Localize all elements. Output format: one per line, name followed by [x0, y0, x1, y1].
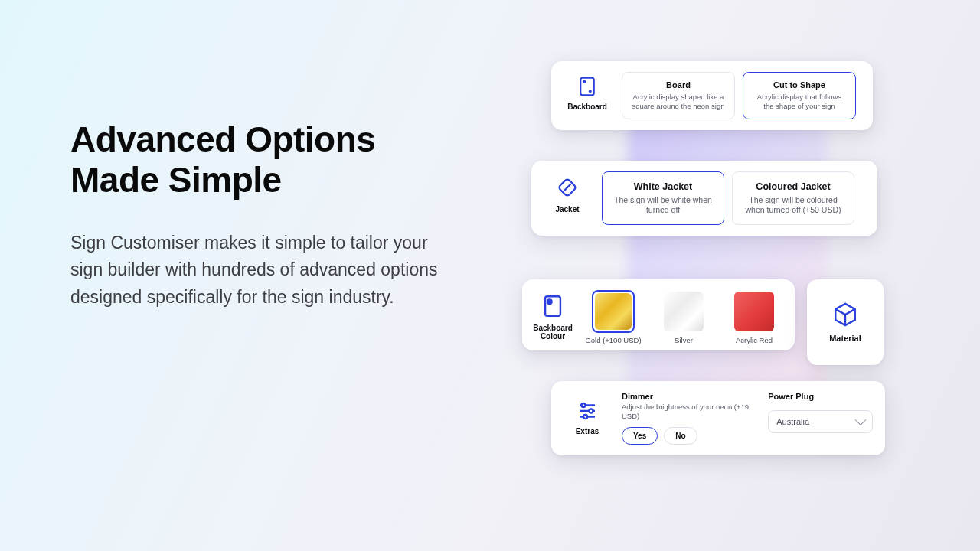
svg-point-1	[583, 81, 585, 83]
swatch-gold[interactable]: Gold (+100 USD)	[583, 290, 643, 344]
jacket-option-coloured[interactable]: Coloured Jacket The sign will be coloure…	[732, 171, 854, 225]
hero-subtext: Sign Customiser makes it simple to tailo…	[70, 230, 453, 311]
power-plug-block: Power Plug Australia	[768, 392, 873, 445]
option-desc: Acrylic display shaped like a square aro…	[632, 93, 725, 111]
option-title: Board	[632, 80, 725, 90]
svg-point-12	[590, 409, 593, 413]
backboard-option-board[interactable]: Board Acrylic display shaped like a squa…	[622, 72, 735, 119]
extras-side-label: Extras	[564, 392, 611, 435]
backboard-colour-label: Backboard Colour	[533, 324, 573, 341]
extras-label: Extras	[576, 427, 599, 435]
backboard-side-label: Backboard	[564, 72, 611, 111]
swatch-name: Gold (+100 USD)	[585, 336, 641, 344]
svg-rect-5	[545, 296, 560, 316]
dimmer-no[interactable]: No	[664, 427, 697, 445]
options-showcase: Backboard Board Acrylic display shaped l…	[521, 46, 919, 505]
swatch-name: Silver	[675, 336, 693, 344]
option-desc: The sign will be white when turned off	[613, 195, 713, 215]
material-label: Material	[829, 334, 861, 343]
jacket-card: Jacket White Jacket The sign will be whi…	[531, 161, 877, 236]
dimmer-yes[interactable]: Yes	[622, 427, 658, 445]
backboard-colour-side-label: Backboard Colour	[533, 290, 573, 341]
svg-point-2	[590, 90, 591, 92]
swatch-name: Acrylic Red	[736, 336, 773, 344]
power-plug-select[interactable]: Australia	[768, 410, 873, 433]
svg-point-7	[549, 301, 550, 302]
backboard-colour-card: Backboard Colour Gold (+100 USD) Silver …	[522, 279, 795, 350]
svg-rect-0	[580, 78, 594, 96]
hero-heading: Advanced Options Made Simple	[70, 119, 453, 201]
backboard-colour-icon	[540, 293, 566, 319]
jacket-option-white[interactable]: White Jacket The sign will be white when…	[602, 171, 724, 225]
swatch-silver[interactable]: Silver	[654, 290, 714, 344]
option-desc: The sign will be coloured when turned of…	[743, 195, 843, 215]
svg-line-4	[564, 184, 571, 191]
dimmer-desc: Adjust the brightness of your neon (+19 …	[622, 403, 750, 421]
option-title: Coloured Jacket	[743, 181, 843, 192]
cube-icon	[832, 302, 858, 328]
svg-point-11	[582, 403, 586, 407]
jacket-icon	[554, 174, 580, 201]
jacket-side-label: Jacket	[544, 171, 591, 214]
jacket-label: Jacket	[555, 205, 579, 214]
swatch-acrylic-red[interactable]: Acrylic Red	[724, 290, 784, 344]
option-title: White Jacket	[613, 181, 713, 192]
extras-card: Extras Dimmer Adjust the brightness of y…	[551, 381, 885, 455]
sliders-icon	[576, 399, 599, 422]
backboard-card: Backboard Board Acrylic display shaped l…	[551, 61, 873, 130]
option-title: Cut to Shape	[753, 80, 846, 90]
chevron-down-icon	[855, 415, 866, 425]
backboard-icon	[576, 75, 599, 98]
backboard-option-cut-to-shape[interactable]: Cut to Shape Acrylic display that follow…	[743, 72, 856, 119]
option-desc: Acrylic display that follows the shape o…	[753, 93, 846, 111]
material-card[interactable]: Material	[807, 279, 884, 365]
backboard-label: Backboard	[567, 103, 607, 111]
power-plug-value: Australia	[776, 417, 809, 426]
dimmer-block: Dimmer Adjust the brightness of your neo…	[622, 392, 750, 445]
svg-point-13	[583, 415, 587, 419]
power-plug-title: Power Plug	[768, 392, 873, 401]
dimmer-title: Dimmer	[622, 392, 750, 401]
